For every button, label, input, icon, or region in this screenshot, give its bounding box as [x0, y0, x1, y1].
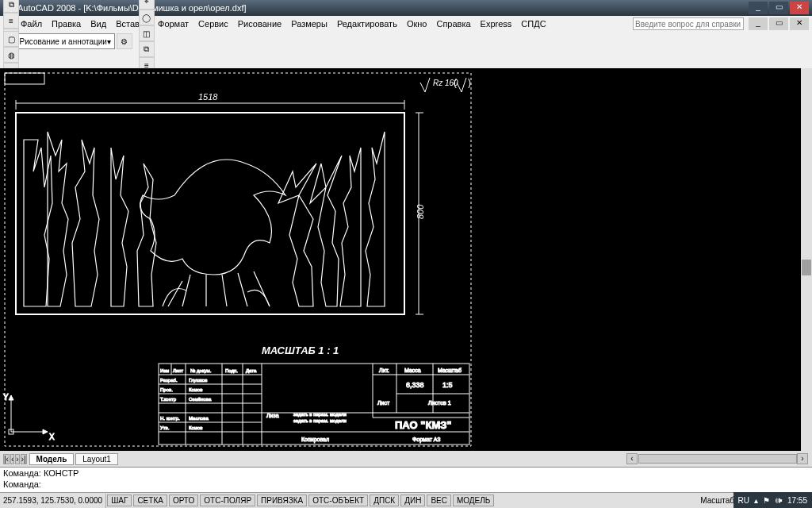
status-toggle-ДИН[interactable]: ДИН [400, 495, 425, 506]
window-titlebar: AutoCAD 2008 - [K:\Фильмы\DXF\мишка и ор… [0, 0, 812, 16]
status-toggle-ОРТО[interactable]: ОРТО [169, 495, 198, 506]
doc-close-button[interactable]: ✕ [790, 17, 809, 30]
svg-text:Копировал: Копировал [301, 437, 329, 443]
ucs-icon: Y X [3, 393, 55, 441]
help-search-input[interactable] [633, 17, 744, 30]
menu-Размеры[interactable]: Размеры [286, 17, 332, 30]
svg-text:№ докум.: № докум. [190, 368, 212, 373]
tray-vol-icon[interactable]: 🕪 [775, 496, 783, 505]
status-toggle-ШАГ[interactable]: ШАГ [107, 495, 132, 506]
dim-height: 800 [416, 113, 425, 314]
svg-rect-19 [159, 364, 469, 444]
command-window[interactable]: Команда: КОНСТР Команда: [0, 467, 812, 492]
tab-Модель[interactable]: Модель [29, 453, 75, 465]
scale-label: МАСШТАБ 1 : 1 [262, 344, 339, 356]
dim-width: 1518 [16, 92, 404, 110]
hscroll-left[interactable]: ‹ [626, 453, 638, 464]
svg-text:Формат А3: Формат А3 [412, 437, 440, 443]
doc-restore-button[interactable]: ▭ [769, 17, 788, 30]
clock[interactable]: 17:55 [787, 496, 807, 505]
menu-Правка[interactable]: Правка [47, 17, 86, 30]
svg-rect-0 [5, 73, 471, 446]
status-toggle-СЕТКА[interactable]: СЕТКА [133, 495, 167, 506]
svg-text:1518: 1518 [198, 92, 218, 102]
ws-settings-icon[interactable]: ⚙ [117, 33, 132, 49]
svg-text:(: ( [454, 77, 457, 88]
command-history: Команда: КОНСТР [3, 468, 809, 479]
svg-text:Изм: Изм [160, 368, 169, 373]
system-tray: RU ▴ ⚑ 🕪 17:55 [733, 492, 812, 508]
svg-text:Лит.: Лит. [379, 368, 389, 373]
svg-text:Маслова: Маслова [189, 416, 209, 421]
status-toggle-ВЕС[interactable]: ВЕС [427, 495, 451, 506]
tb1-btn-11[interactable]: ⧉ [139, 41, 155, 57]
drawing-svg: Rz 160 ( ) 1518 800 МАСШТАБ 1 : 1 [0, 68, 801, 449]
svg-text:Утв.: Утв. [160, 425, 170, 430]
status-bar: 257.1593, 125.7530, 0.0000 ШАГСЕТКАОРТОО… [0, 492, 812, 508]
minimize-button[interactable]: _ [749, 2, 768, 14]
status-toggle-ДПСК[interactable]: ДПСК [370, 495, 399, 506]
svg-text:6,338: 6,338 [406, 381, 424, 389]
menu-Формат[interactable]: Формат [153, 17, 193, 30]
svg-text:Масса: Масса [404, 368, 421, 373]
svg-text:Лиза: Лиза [266, 413, 279, 418]
menu-СПДС[interactable]: СПДС [516, 17, 550, 30]
svg-text:Комов: Комов [189, 425, 202, 430]
svg-text:Разраб.: Разраб. [160, 378, 178, 383]
tab-nav-3[interactable]: ›| [21, 454, 27, 464]
window-title: AutoCAD 2008 - [K:\Фильмы\DXF\мишка и ор… [17, 3, 247, 13]
svg-text:Глушков: Глушков [189, 378, 207, 383]
menu-Файл[interactable]: Файл [16, 17, 47, 30]
tb1-btn-9[interactable]: ◯ [139, 10, 155, 25]
status-toggle-МОДЕЛЬ[interactable]: МОДЕЛЬ [453, 495, 494, 506]
tab-Layout1[interactable]: Layout1 [75, 453, 118, 465]
menu-Сервис[interactable]: Сервис [193, 17, 233, 30]
svg-text:задать в парам. модели: задать в парам. модели [293, 418, 347, 423]
coords-readout: 257.1593, 125.7530, 0.0000 [0, 494, 106, 508]
tb2-btn-11[interactable]: ⧉ [3, 0, 19, 13]
tb3-btn-1[interactable]: ◍ [3, 47, 19, 63]
command-prompt: Команда: [3, 479, 809, 491]
menu-Express[interactable]: Express [476, 17, 517, 30]
menu-Вид[interactable]: Вид [86, 17, 111, 30]
menu-Справка[interactable]: Справка [431, 17, 475, 30]
status-toggle-ОТС-ОБЪЕКТ[interactable]: ОТС-ОБЪЕКТ [308, 495, 368, 506]
status-toggle-ОТС-ПОЛЯР[interactable]: ОТС-ПОЛЯР [200, 495, 255, 506]
menu-Окно[interactable]: Окно [402, 17, 432, 30]
svg-text:задать в парам. модели: задать в парам. модели [293, 412, 347, 417]
svg-text:800: 800 [416, 204, 425, 219]
menu-Редактировать[interactable]: Редактировать [332, 17, 402, 30]
horizontal-scrollbar[interactable] [638, 454, 797, 464]
svg-text:Комов: Комов [189, 387, 202, 392]
drawing-canvas[interactable]: Rz 160 ( ) 1518 800 МАСШТАБ 1 : 1 [0, 68, 801, 451]
tb1-btn-10[interactable]: ◫ [139, 25, 155, 41]
lang-indicator[interactable]: RU [738, 496, 749, 505]
workspace-dropdown[interactable]: 2D Рисование и аннотации▾ [3, 33, 115, 49]
status-toggle-ПРИВЯЗКА[interactable]: ПРИВЯЗКА [257, 495, 307, 506]
svg-text:Подп.: Подп. [225, 368, 238, 373]
svg-text:Масштаб: Масштаб [438, 368, 462, 373]
tab-nav-2[interactable]: › [15, 454, 19, 464]
svg-text:): ) [468, 77, 471, 88]
svg-text:Лист: Лист [377, 400, 390, 406]
svg-text:Семёнова: Семёнова [189, 397, 212, 402]
tray-flag-icon[interactable]: ⚑ [763, 496, 770, 505]
menu-Рисование[interactable]: Рисование [233, 17, 286, 30]
title-block: Изм Лист № докум. Подп. Дата Лит. Масса … [159, 364, 469, 444]
vertical-scrollbar[interactable] [801, 68, 812, 451]
tray-icon[interactable]: ▴ [754, 496, 758, 505]
svg-text:Т.контр: Т.контр [160, 397, 177, 402]
hscroll-right[interactable]: › [797, 453, 808, 464]
maximize-button[interactable]: ▭ [769, 2, 788, 14]
svg-text:Листов   1: Листов 1 [428, 400, 451, 406]
tb3-btn-0[interactable]: ▢ [3, 31, 19, 47]
tb2-btn-12[interactable]: ≡ [3, 13, 19, 29]
svg-text:X: X [49, 433, 55, 441]
svg-text:Дата: Дата [246, 368, 257, 373]
tab-nav-1[interactable]: ‹ [10, 454, 14, 464]
roughness-mark: Rz 160 ( ) [420, 77, 471, 92]
tab-nav-0[interactable]: |‹ [3, 454, 10, 464]
doc-minimize-button[interactable]: _ [749, 17, 768, 30]
close-button[interactable]: ✕ [790, 2, 809, 14]
tb1-btn-8[interactable]: ⌖ [139, 0, 155, 10]
